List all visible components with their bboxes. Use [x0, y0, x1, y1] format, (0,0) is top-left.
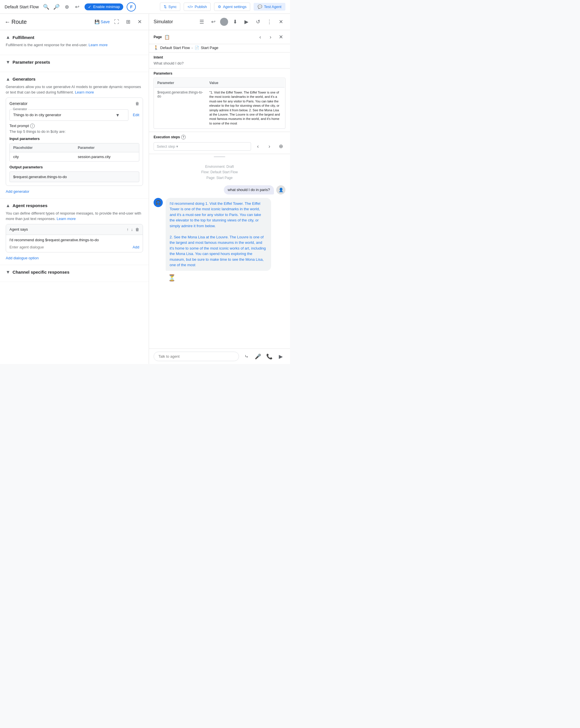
fulfillment-learn-more[interactable]: Learn more: [88, 43, 107, 47]
channel-responses-section: ▼ Channel specific responses: [0, 265, 149, 282]
fulfillment-header[interactable]: ▲ Fulfillment: [6, 35, 143, 40]
settings-icon[interactable]: ⊞: [123, 17, 133, 26]
back-arrow-icon: ←: [5, 19, 10, 25]
step-focus-icon[interactable]: ⊕: [276, 142, 285, 151]
page-next-icon[interactable]: ›: [266, 32, 275, 42]
move-up-icon[interactable]: ↑: [127, 227, 129, 232]
sim-download-icon[interactable]: ⬇: [230, 17, 240, 26]
page-close-icon[interactable]: ✕: [276, 32, 285, 42]
page-nav: ‹ › ✕: [256, 32, 285, 42]
generators-header[interactable]: ▲ Generators: [6, 77, 143, 82]
page-label: Page: [154, 35, 162, 39]
code-icon: </>: [187, 5, 193, 9]
agent-says-content: I'd recommend doing $request.generative.…: [6, 235, 143, 245]
loading-row: ⏳: [154, 274, 285, 282]
move-down-icon[interactable]: ↓: [131, 227, 133, 232]
send-icon[interactable]: ⤷: [242, 352, 251, 361]
user-avatar[interactable]: F: [127, 2, 136, 11]
sim-page-row: Page 📋 ‹ › ✕: [149, 30, 290, 44]
expand-icon[interactable]: ⛶: [112, 17, 121, 26]
output-params-title: Output parameters: [9, 165, 139, 169]
zoom-out-icon[interactable]: 🔎: [52, 3, 60, 11]
publish-button[interactable]: </> Publish: [184, 3, 210, 11]
channel-responses-header[interactable]: ▼ Channel specific responses: [6, 270, 143, 275]
generator-box: Generator 🗑 Generator Things to do in ci…: [6, 98, 143, 186]
chat-separator: [149, 154, 290, 159]
agent-responses-title: Agent responses: [12, 203, 48, 208]
check-icon: ✓: [88, 5, 91, 9]
delete-response-icon[interactable]: 🗑: [135, 227, 139, 232]
left-panel: ← Route 💾 Save ⛶ ⊞ ✕ ▲ Fulfillment Fulfi…: [0, 14, 149, 364]
exec-steps-label: Execution steps ?: [154, 135, 285, 139]
output-field: $request.generative.things-to-do: [9, 172, 139, 182]
loading-icon: ⏳: [168, 274, 176, 282]
chat-input-area: ⤷ 🎤 📞 ▶: [149, 348, 290, 364]
bot-avatar: 🎧: [154, 198, 163, 207]
step-next-icon[interactable]: ›: [265, 142, 274, 151]
param-value: "1. Visit the Eiffel Tower. The Eiffel T…: [206, 88, 284, 128]
close-icon[interactable]: ✕: [135, 17, 144, 26]
parameter-presets-header[interactable]: ▼ Parameter presets: [6, 60, 143, 65]
agent-input-add-button[interactable]: Add: [133, 245, 139, 249]
sync-button[interactable]: ⇅ Sync: [160, 3, 181, 11]
collapse-icon-responses: ▲: [6, 203, 10, 208]
generators-desc: Generators allow you to use generative A…: [6, 84, 143, 95]
page-prev-icon[interactable]: ‹: [256, 32, 265, 42]
sim-undo-icon[interactable]: ↩: [209, 17, 218, 26]
parameter-presets-title: Parameter presets: [12, 60, 50, 64]
undo-icon[interactable]: ↩: [73, 3, 81, 11]
generator-box-title: Generator: [9, 101, 28, 106]
add-generator-link[interactable]: Add generator: [6, 189, 29, 193]
zoom-in-icon[interactable]: 🔍: [42, 3, 50, 11]
sim-params-section: Parameters Parameter Value $request.gene…: [149, 69, 290, 132]
sim-refresh-icon[interactable]: ↺: [253, 17, 263, 26]
agent-responses-learn-more[interactable]: Learn more: [57, 216, 76, 221]
collapse-icon-channel: ▼: [6, 270, 10, 275]
sim-more-icon[interactable]: ⋮: [265, 17, 274, 26]
placeholder-value: city: [10, 152, 75, 161]
parameter-value: session.params.city: [75, 152, 139, 161]
minimap-toggle[interactable]: ✓ Enable minimap: [85, 3, 123, 10]
delete-generator-icon[interactable]: 🗑: [135, 101, 139, 106]
generator-dropdown[interactable]: Generator Things to do in city generator…: [9, 109, 128, 121]
mic-icon[interactable]: 🎤: [253, 352, 263, 361]
chat-input[interactable]: [154, 352, 239, 361]
save-button[interactable]: 💾 Save: [94, 20, 110, 24]
agent-settings-button[interactable]: ⚙ Agent settings: [214, 3, 250, 11]
sim-play-icon[interactable]: ▶: [242, 17, 251, 26]
sim-params-table: Parameter Value $request.generative.thin…: [154, 78, 285, 129]
test-agent-button[interactable]: 💬 Test Agent: [254, 3, 285, 10]
main-layout: ← Route 💾 Save ⛶ ⊞ ✕ ▲ Fulfillment Fulfi…: [0, 14, 290, 364]
agent-input-row: Add: [6, 245, 143, 252]
step-dropdown-arrow: ▾: [176, 144, 178, 149]
separator: -: [191, 46, 193, 50]
step-prev-icon[interactable]: ‹: [253, 142, 263, 151]
channel-responses-title: Channel specific responses: [12, 270, 70, 275]
edit-generator-link[interactable]: Edit: [133, 113, 139, 117]
sim-intent-section: Intent What should I do?: [149, 52, 290, 69]
forward-icon[interactable]: ▶: [276, 352, 285, 361]
dropdown-arrow-icon: ▾: [116, 112, 119, 118]
sim-menu-icon[interactable]: ☰: [197, 17, 206, 26]
minimap-label: Enable minimap: [93, 5, 120, 9]
text-prompt-label: Text prompt i: [9, 124, 139, 128]
sim-close-icon[interactable]: ✕: [276, 17, 285, 26]
back-to-route[interactable]: ← Route: [5, 19, 27, 25]
agent-responses-header[interactable]: ▲ Agent responses: [6, 203, 143, 208]
flow-title: Default Start Flow: [5, 4, 39, 9]
phone-icon[interactable]: 📞: [265, 352, 274, 361]
sim-title: Simulator: [154, 19, 195, 24]
table-row: city session.params.city: [10, 152, 139, 161]
chat-area[interactable]: Environment: DraftFlow: Default Start Fl…: [149, 159, 290, 348]
step-dropdown[interactable]: Select step ▾: [154, 142, 251, 151]
text-prompt-value: The top 5 things to do in $city are:: [9, 129, 139, 134]
agent-dialogue-input[interactable]: [9, 245, 130, 249]
agent-says-title: Agent says: [9, 227, 28, 232]
add-dialogue-link[interactable]: Add dialogue option: [6, 256, 39, 260]
generators-learn-more[interactable]: Learn more: [75, 90, 94, 94]
agent-says-box: Agent says ↑ ↓ 🗑 I'd recommend doing $re…: [6, 224, 143, 253]
sim-actions: ☰ ↩ ⬇ ▶ ↺ ⋮ ✕: [197, 17, 285, 26]
fit-icon[interactable]: ⊕: [63, 3, 71, 11]
left-panel-header: ← Route 💾 Save ⛶ ⊞ ✕: [0, 14, 149, 30]
sim-exec-section: Execution steps ? Select step ▾ ‹ › ⊕: [149, 132, 290, 154]
